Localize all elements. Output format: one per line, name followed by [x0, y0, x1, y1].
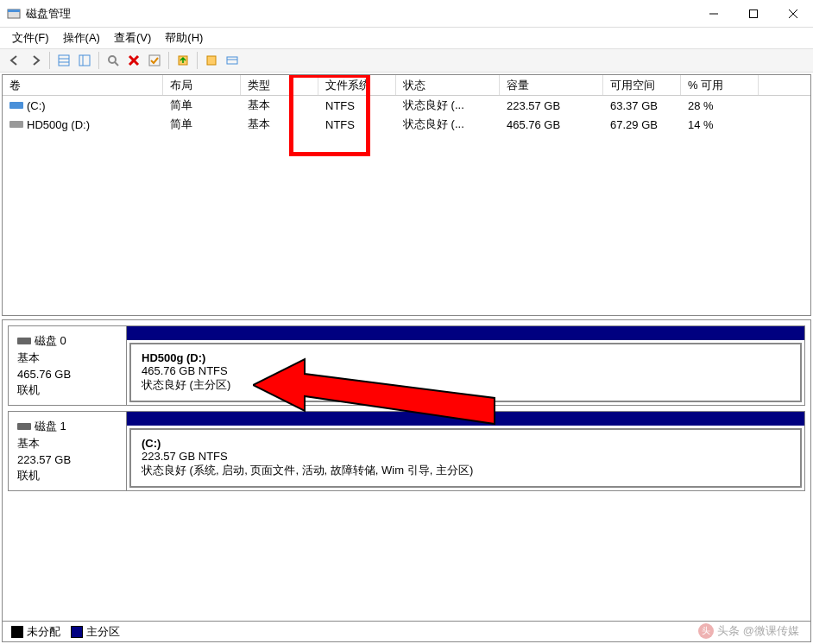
volume-name: (C:) [27, 99, 46, 112]
cell-capacity: 223.57 GB [500, 98, 603, 113]
volume-name: HD500g (D:) [27, 118, 90, 131]
separator [168, 52, 169, 69]
legend-bar: 未分配 主分区 [3, 621, 810, 641]
disk-label-panel[interactable]: 磁盘 1 基本 223.57 GB 联机 [8, 411, 127, 491]
drive-icon [9, 119, 23, 129]
svg-rect-15 [149, 55, 160, 66]
svg-rect-1 [8, 9, 20, 12]
cell-layout: 简单 [163, 116, 241, 133]
disk-partitions: (C:) 223.57 GB NTFS 状态良好 (系统, 启动, 页面文件, … [127, 411, 805, 491]
settings-button[interactable] [75, 51, 94, 70]
filter-button[interactable] [202, 51, 221, 70]
legend-unallocated: 未分配 [11, 624, 60, 640]
disk-label-panel[interactable]: 磁盘 0 基本 465.76 GB 联机 [8, 325, 127, 406]
delete-button[interactable] [124, 51, 143, 70]
cell-capacity: 465.76 GB [500, 117, 603, 132]
partition-size: 465.76 GB NTFS [142, 364, 790, 377]
disk-block: 磁盘 1 基本 223.57 GB 联机 (C:) 223.57 GB NTFS… [8, 411, 805, 491]
partition-status: 状态良好 (系统, 启动, 页面文件, 活动, 故障转储, Wim 引导, 主分… [142, 463, 790, 478]
cell-status: 状态良好 (... [396, 116, 500, 133]
menu-help[interactable]: 帮助(H) [160, 28, 208, 47]
volume-row[interactable]: (C:) 简单 基本 NTFS 状态良好 (... 223.57 GB 63.3… [3, 96, 810, 115]
partition-block[interactable]: HD500g (D:) 465.76 GB NTFS 状态良好 (主分区) [129, 343, 802, 402]
cell-status: 状态良好 (... [396, 97, 500, 114]
separator [98, 52, 99, 69]
swatch-unallocated-icon [11, 626, 23, 638]
col-volume[interactable]: 卷 [3, 75, 163, 95]
svg-rect-21 [9, 121, 23, 128]
disk-type: 基本 [17, 350, 117, 366]
app-icon [7, 7, 21, 21]
svg-rect-3 [750, 9, 758, 17]
toolbar [0, 48, 813, 73]
cell-pct: 14 % [681, 117, 759, 132]
disk-online: 联机 [17, 468, 117, 483]
disk-size: 465.76 GB [17, 368, 117, 381]
svg-point-11 [109, 56, 116, 63]
col-filesystem[interactable]: 文件系统 [318, 75, 396, 95]
partition-name: (C:) [142, 437, 790, 450]
maximize-button[interactable] [734, 0, 773, 28]
col-layout[interactable]: 布局 [163, 75, 241, 95]
svg-line-12 [115, 62, 118, 66]
watermark-icon: 头 [698, 623, 714, 639]
window-title: 磁盘管理 [26, 6, 694, 22]
disk-name: 磁盘 0 [35, 333, 66, 349]
minimize-button[interactable] [694, 0, 734, 28]
menu-view[interactable]: 查看(V) [109, 28, 156, 47]
partition-name: HD500g (D:) [142, 351, 790, 364]
check-button[interactable] [145, 51, 164, 70]
options-button[interactable] [223, 51, 242, 70]
forward-button[interactable] [26, 51, 45, 70]
watermark: 头 头条 @微课传媒 [698, 623, 799, 639]
disk-type: 基本 [17, 436, 117, 451]
disk-icon [17, 336, 31, 346]
disk-graphical-pane[interactable]: 磁盘 0 基本 465.76 GB 联机 HD500g (D:) 465.76 … [2, 319, 811, 642]
separator [49, 52, 50, 69]
cell-layout: 简单 [163, 97, 241, 114]
cell-type: 基本 [241, 97, 318, 114]
volume-list-header: 卷 布局 类型 文件系统 状态 容量 可用空间 % 可用 [3, 75, 810, 96]
partition-header-bar [127, 412, 804, 426]
drive-icon [9, 100, 23, 110]
upload-button[interactable] [173, 51, 192, 70]
cell-pct: 28 % [681, 98, 759, 113]
close-button[interactable] [773, 0, 813, 28]
disk-size: 223.57 GB [17, 453, 117, 466]
disk-icon [17, 421, 31, 432]
separator [197, 52, 198, 69]
volume-list-pane[interactable]: 卷 布局 类型 文件系统 状态 容量 可用空间 % 可用 (C:) 简单 基本 … [2, 74, 811, 316]
cell-free: 63.37 GB [603, 98, 681, 113]
back-button[interactable] [5, 51, 24, 70]
cell-free: 67.29 GB [603, 117, 681, 132]
cell-type: 基本 [241, 116, 318, 133]
refresh-button[interactable] [104, 51, 123, 70]
partition-status: 状态良好 (主分区) [142, 377, 790, 393]
partition-block[interactable]: (C:) 223.57 GB NTFS 状态良好 (系统, 启动, 页面文件, … [129, 428, 802, 488]
partition-header-bar [127, 326, 804, 340]
menu-bar: 文件(F) 操作(A) 查看(V) 帮助(H) [0, 28, 813, 48]
disk-block: 磁盘 0 基本 465.76 GB 联机 HD500g (D:) 465.76 … [8, 325, 805, 406]
col-pct[interactable]: % 可用 [681, 75, 759, 95]
watermark-text: 头条 @微课传媒 [717, 623, 799, 639]
view-list-button[interactable] [54, 51, 73, 70]
partition-size: 223.57 GB NTFS [142, 450, 790, 463]
col-type[interactable]: 类型 [241, 75, 318, 95]
cell-fs: NTFS [318, 117, 396, 132]
title-bar: 磁盘管理 [0, 0, 813, 28]
svg-rect-22 [17, 338, 31, 344]
disk-partitions: HD500g (D:) 465.76 GB NTFS 状态良好 (主分区) [127, 325, 805, 406]
volume-row[interactable]: HD500g (D:) 简单 基本 NTFS 状态良好 (... 465.76 … [3, 115, 810, 134]
col-free[interactable]: 可用空间 [603, 75, 681, 95]
svg-rect-17 [207, 56, 216, 65]
col-status[interactable]: 状态 [396, 75, 500, 95]
col-capacity[interactable]: 容量 [500, 75, 603, 95]
menu-file[interactable]: 文件(F) [7, 28, 54, 47]
svg-rect-20 [9, 102, 23, 109]
svg-rect-9 [79, 55, 90, 66]
legend-primary: 主分区 [71, 624, 120, 640]
menu-action[interactable]: 操作(A) [58, 28, 105, 47]
svg-rect-18 [227, 57, 237, 64]
cell-fs: NTFS [318, 98, 396, 113]
window-controls [694, 0, 813, 28]
